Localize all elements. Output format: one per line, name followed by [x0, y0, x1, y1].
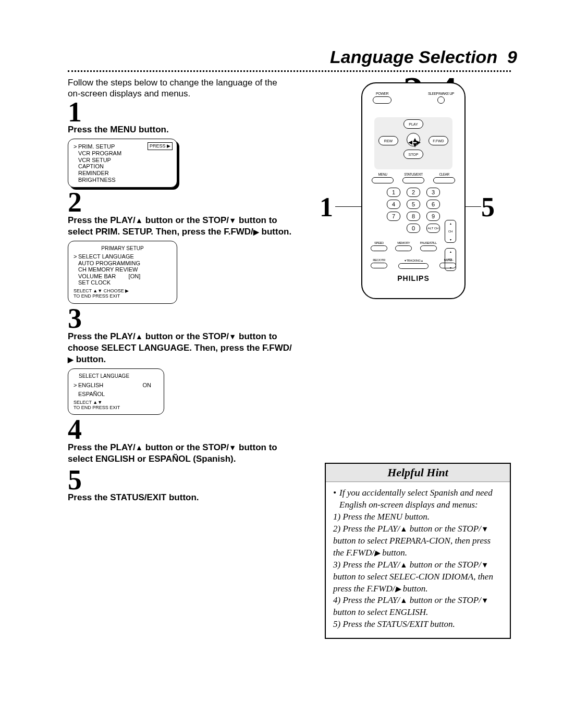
screen-heading: PRIMARY SETUP	[74, 245, 172, 252]
step-5-text: Press the STATUS/EXIT button.	[68, 492, 297, 503]
hint-line-2: 2) Press the PLAY/ button or the STOP/ b…	[333, 523, 503, 559]
hint-lead: If you accidentally select Spanish and n…	[333, 487, 503, 511]
triangle-right-icon	[374, 548, 380, 558]
step-1-text: Press the MENU button.	[68, 124, 297, 135]
triangle-up-icon	[400, 595, 407, 605]
callout-5: 5	[481, 192, 495, 223]
hint-line-1: 1) Press the MENU button.	[333, 511, 503, 523]
triangle-right-icon	[68, 354, 74, 364]
hint-body: If you accidentally select Spanish and n…	[326, 482, 510, 638]
ffwd-button[interactable]: F.FWD	[429, 136, 448, 145]
step-number-2: 2	[68, 191, 309, 215]
hint-line-3: 3) Press the PLAY/ button or the STOP/ b…	[333, 559, 503, 595]
num-9[interactable]: 9	[426, 212, 440, 221]
rew-button[interactable]: REW	[378, 136, 398, 145]
volume-rocker[interactable]: ▴VOL.▾	[445, 248, 456, 271]
rec-otr-button[interactable]	[371, 263, 387, 268]
step-number-5: 5	[68, 468, 309, 492]
tracking-button[interactable]	[398, 263, 429, 269]
num-2[interactable]: 2	[407, 188, 420, 197]
screen-select-language: SELECT LANGUAGE >ENGLISHON ESPAÑOL SELEC…	[68, 368, 164, 415]
step-number-4: 4	[68, 418, 309, 442]
num-6[interactable]: 6	[426, 200, 440, 209]
triangle-up-icon	[136, 442, 143, 452]
number-pad: 1 2 3 4 5 6 7 8 9 0 ALT CH	[382, 188, 445, 233]
speed-button[interactable]	[371, 245, 387, 251]
stop-button[interactable]: STOP	[403, 150, 423, 159]
triangle-right-icon	[395, 584, 401, 594]
screen-prim-setup: PRESS ▶ >PRIM. SETUP VCR PROGRAM VCR SET…	[68, 139, 177, 188]
triangle-up-icon	[136, 331, 143, 341]
triangle-down-icon	[481, 560, 488, 570]
screen-heading: SELECT LANGUAGE	[74, 373, 158, 379]
altch-button[interactable]: ALT CH	[426, 224, 440, 233]
num-5[interactable]: 5	[407, 200, 420, 209]
menu-button[interactable]	[372, 177, 394, 183]
intro-text: Follow the steps below to change the lan…	[68, 77, 287, 100]
hint-line-4: 4) Press the PLAY/ button or the STOP/ b…	[333, 595, 503, 619]
triangle-down-icon	[229, 331, 236, 341]
sleep-button[interactable]	[437, 96, 445, 104]
navigation-pad: PLAY REW F.FWD STOP ▴ ◂ ▸ ▾	[374, 117, 452, 169]
triangle-down-icon	[481, 595, 488, 605]
screen-footer: SELECT ▲▼ TO END PRESS EXIT	[74, 400, 158, 411]
hint-title: Helpful Hint	[326, 464, 510, 482]
screen-footer: SELECT ▲▼ CHOOSE ▶ TO END PRESS EXIT	[74, 288, 172, 299]
triangle-right-icon	[253, 227, 259, 237]
num-4[interactable]: 4	[387, 200, 400, 209]
num-0[interactable]: 0	[407, 224, 420, 233]
helpful-hint-box: Helpful Hint If you accidentally select …	[325, 463, 511, 639]
play-button[interactable]: PLAY	[403, 119, 423, 129]
clear-button[interactable]	[433, 177, 455, 183]
num-3[interactable]: 3	[426, 188, 440, 197]
page-number: 9	[507, 47, 517, 67]
num-1[interactable]: 1	[387, 188, 400, 197]
triangle-down-icon	[229, 215, 236, 225]
pause-still-button[interactable]	[420, 245, 437, 251]
right-column: 2-4 1 5 POWER SLEEP/WAKE UP PLAY REW F	[325, 77, 511, 639]
num-7[interactable]: 7	[387, 212, 400, 221]
screen-primary-setup: PRIMARY SETUP >SELECT LANGUAGE AUTO PROG…	[68, 241, 177, 303]
press-indicator: PRESS ▶	[148, 142, 173, 150]
memory-button[interactable]	[395, 245, 412, 251]
power-button[interactable]	[373, 96, 391, 104]
step-2-text: Press the PLAY/ button or the STOP/ butt…	[68, 215, 297, 238]
step-number-1: 1	[68, 101, 309, 125]
center-dpad[interactable]: ▴ ◂ ▸ ▾	[407, 133, 420, 146]
hint-line-5: 5) Press the STATUS/EXIT button.	[333, 619, 503, 631]
triangle-up-icon	[400, 560, 407, 570]
remote-diagram: 1 5 POWER SLEEP/WAKE UP PLAY REW F.FWD S…	[325, 77, 511, 369]
triangle-up-icon	[136, 215, 143, 225]
step-4-text: Press the PLAY/ button or the STOP/ butt…	[68, 442, 297, 465]
channel-rocker[interactable]: ▴CH▾	[445, 220, 456, 243]
triangle-down-icon	[481, 524, 488, 534]
remote-control: POWER SLEEP/WAKE UP PLAY REW F.FWD STOP …	[361, 82, 466, 299]
triangle-down-icon	[229, 442, 236, 452]
num-8[interactable]: 8	[407, 212, 420, 221]
triangle-up-icon	[400, 524, 407, 534]
status-exit-button[interactable]	[402, 177, 424, 183]
steps-column: Follow the steps below to change the lan…	[68, 77, 309, 639]
page-title: Language Selection 9	[68, 47, 517, 67]
callout-1: 1	[320, 192, 333, 223]
step-3-text: Press the PLAY/ button or the STOP/ butt…	[68, 331, 297, 365]
step-number-3: 3	[68, 307, 309, 331]
title-text: Language Selection	[330, 47, 497, 67]
